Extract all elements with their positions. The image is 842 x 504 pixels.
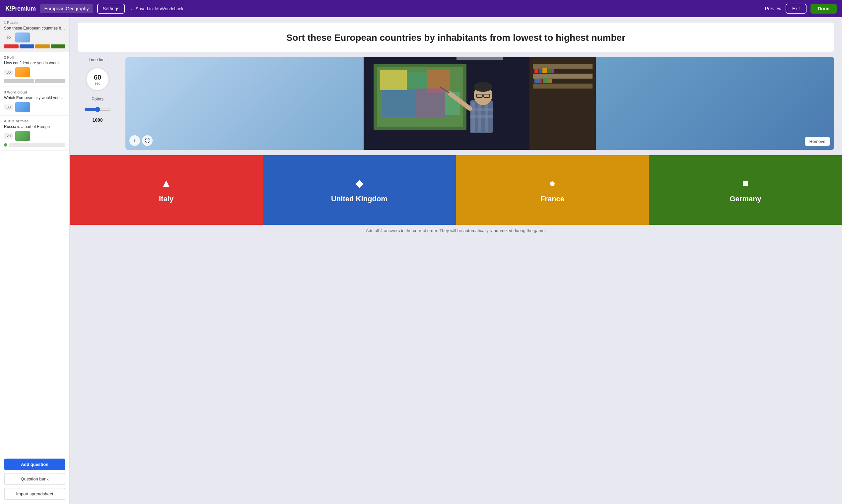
sidebar-item-3[interactable]: 3 Word cloud Which European city would y… (0, 87, 69, 116)
question-card: Sort these European countries by inhabit… (77, 22, 834, 52)
svg-rect-30 (547, 69, 551, 73)
sidebar-item-1[interactable]: 1 Puzzle Sort these European countries b… (0, 17, 69, 52)
svg-rect-3 (380, 70, 407, 90)
sidebar-footer: Add question Question bank Import spread… (0, 455, 69, 504)
answers-grid: ▲ Italy ◆ United Kingdom ● France ■ Germ… (70, 155, 842, 225)
svg-rect-35 (548, 79, 552, 83)
tf-bar (8, 143, 65, 147)
main-content: Sort these European countries by inhabit… (70, 17, 842, 504)
done-button[interactable]: Done (810, 4, 837, 14)
svg-point-20 (474, 82, 492, 92)
image-placeholder (125, 57, 834, 150)
sidebar-item-4-num: 4 (4, 119, 7, 123)
svg-rect-33 (539, 79, 542, 83)
sidebar-item-3-preview: 30 (4, 102, 65, 112)
ans2-preview-2 (35, 79, 65, 83)
svg-rect-27 (534, 69, 539, 73)
answer-card-2[interactable]: ◆ United Kingdom (263, 155, 456, 225)
sidebar: 1 Puzzle Sort these European countries b… (0, 17, 70, 504)
time-value: 60 (94, 74, 101, 81)
time-circle[interactable]: 60 sec (86, 67, 109, 91)
remove-image-button[interactable]: Remove (805, 137, 830, 146)
import-spreadsheet-button[interactable]: Import spreadsheet (4, 488, 65, 500)
add-question-button[interactable]: Add question (4, 458, 65, 470)
svg-rect-6 (382, 90, 415, 117)
answer-shape-2: ◆ (355, 177, 364, 189)
exit-button[interactable]: Exit (786, 4, 807, 14)
sidebar-item-4-title: Russia is a part of Europe (4, 124, 65, 129)
ans-preview-3 (35, 44, 50, 49)
header: K!Premium European Geography Settings ✓ … (0, 0, 842, 17)
ans2-preview-1 (4, 79, 34, 83)
sidebar-item-2-answers (4, 79, 65, 83)
sidebar-item-2-thumb (15, 67, 30, 77)
crop-icon-button[interactable]: ⛶ (142, 135, 153, 146)
svg-rect-32 (534, 78, 539, 83)
sidebar-item-1-preview: 60 (4, 33, 65, 42)
svg-rect-4 (407, 72, 427, 89)
points-slider[interactable] (84, 107, 111, 112)
sidebar-item-1-answers (4, 44, 65, 49)
tf-dot (4, 143, 7, 147)
sidebar-item-4-type: 4 True or false (4, 119, 65, 123)
sidebar-item-4-thumb (15, 131, 30, 141)
svg-rect-14 (470, 108, 493, 111)
saved-badge: ✓ Saved to: MsWoodchuck (130, 6, 183, 11)
svg-rect-28 (539, 69, 542, 73)
sidebar-item-4-tf (4, 143, 65, 147)
time-unit: sec (94, 81, 100, 85)
sidebar-item-2-preview: 30 (4, 67, 65, 77)
answer-shape-3: ● (549, 177, 555, 189)
sidebar-item-1-type: 1 Puzzle (4, 21, 65, 24)
sidebar-item-2-title: How confident are you in your kno... (4, 61, 65, 65)
ans-preview-2 (20, 44, 34, 49)
answer-card-1[interactable]: ▲ Italy (70, 155, 263, 225)
sidebar-item-4-preview: 20 (4, 131, 65, 141)
svg-rect-9 (456, 57, 503, 60)
hint-text: Add all 4 answers in the correct order. … (70, 225, 842, 236)
image-area: ℹ ⛶ Remove (125, 57, 834, 150)
quiz-title-tab[interactable]: European Geography (40, 4, 93, 13)
content-row: Time limit 60 sec Points 1000 (77, 52, 834, 155)
saved-text: Saved to: MsWoodchuck (136, 6, 183, 11)
info-icon-button[interactable]: ℹ (129, 135, 140, 146)
image-action-icons: ℹ ⛶ (129, 135, 153, 146)
svg-rect-31 (551, 69, 554, 73)
answer-card-4[interactable]: ■ Germany (649, 155, 842, 225)
check-icon: ✓ (130, 6, 134, 11)
question-text: Sort these European countries by inhabit… (86, 32, 826, 44)
svg-rect-15 (470, 115, 493, 118)
time-limit-label: Time limit (88, 57, 106, 62)
answer-label-1: Italy (159, 195, 174, 203)
controls-panel: Time limit 60 sec Points 1000 (77, 57, 118, 123)
sidebar-item-1-num: 1 (4, 21, 7, 24)
sidebar-item-3-num: 3 (4, 90, 7, 94)
svg-rect-34 (543, 78, 548, 83)
sidebar-item-3-title: Which European city would you m... (4, 95, 65, 100)
sidebar-item-2-badge: 30 (4, 70, 13, 75)
settings-button[interactable]: Settings (97, 4, 125, 14)
sidebar-item-3-badge: 30 (4, 105, 13, 110)
sidebar-item-2-num: 2 (4, 55, 7, 59)
ans-preview-1 (4, 44, 19, 49)
answer-shape-1: ▲ (161, 177, 172, 189)
answer-shape-4: ■ (742, 177, 749, 189)
sidebar-item-1-badge: 60 (4, 35, 13, 40)
header-right: Preview Exit Done (765, 4, 837, 14)
sidebar-item-4[interactable]: 4 True or false Russia is a part of Euro… (0, 116, 69, 150)
sidebar-item-3-thumb (15, 102, 30, 112)
logo: K!Premium (5, 5, 36, 12)
question-bank-button[interactable]: Question bank (4, 473, 65, 485)
preview-button[interactable]: Preview (765, 6, 782, 11)
sidebar-item-2[interactable]: 2 Poll How confident are you in your kno… (0, 52, 69, 87)
sidebar-item-1-title: Sort these European countries by i... (4, 26, 65, 31)
answer-label-4: Germany (730, 195, 761, 203)
sidebar-item-3-type: 3 Word cloud (4, 90, 65, 94)
sidebar-item-2-type: 2 Poll (4, 55, 65, 59)
svg-rect-29 (542, 68, 547, 73)
points-label: Points (91, 96, 104, 102)
svg-rect-7 (415, 89, 445, 117)
answer-card-3[interactable]: ● France (456, 155, 649, 225)
sidebar-item-1-thumb (15, 33, 30, 42)
answer-label-2: United Kingdom (331, 195, 387, 203)
